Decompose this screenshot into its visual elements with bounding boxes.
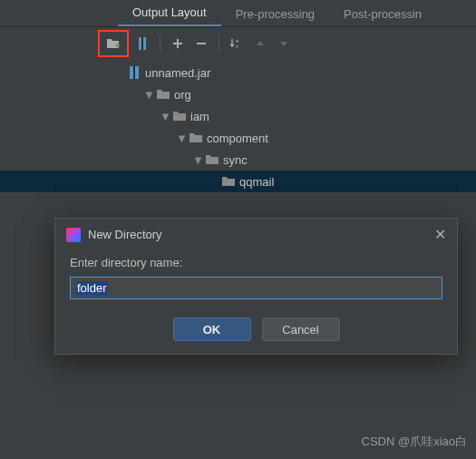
new-archive-icon[interactable] [132,34,152,54]
watermark: CSDN @爪哇xiao白 [362,434,468,450]
folder-icon [221,174,236,189]
folder-icon [156,87,170,102]
intellij-icon [66,228,81,242]
tree-label: iam [190,110,209,123]
separator [219,35,219,52]
tab-pre-processing[interactable]: Pre-processing [221,2,329,26]
directory-name-input[interactable]: folder [70,277,442,299]
tree-row-selected[interactable]: qqmail [0,171,476,192]
tree-label: qqmail [239,175,274,189]
tab-output-layout[interactable]: Output Layout [118,0,221,26]
remove-icon[interactable] [191,34,211,54]
tree-label: compoment [207,132,268,145]
sort-az-icon[interactable]: az [227,34,247,54]
dialog-prompt: Enter directory name: [70,256,442,269]
tree-label: sync [223,153,248,167]
svg-rect-1 [117,43,119,47]
expand-arrow-icon[interactable]: ▼ [160,110,169,123]
output-tree: unnamed.jar ▼ org ▼ iam ▼ compoment ▼ sy… [0,60,476,192]
tree-node[interactable]: ▼ org [127,83,476,105]
svg-rect-6 [197,43,206,44]
dialog-titlebar: New Directory ✕ [55,219,457,250]
input-selected-text: folder [76,281,108,295]
tree-node[interactable]: ▼ sync [127,149,476,171]
expand-arrow-icon[interactable]: ▼ [192,153,201,167]
expand-arrow-icon[interactable]: ▼ [176,132,185,145]
folder-icon [172,109,187,123]
tree-node[interactable]: ▼ iam [127,105,476,127]
ok-button[interactable]: OK [173,317,251,341]
tree-node-jar[interactable]: unnamed.jar [127,62,476,83]
add-icon[interactable] [168,34,188,54]
tree-node[interactable]: ▼ compoment [127,127,476,149]
folder-icon [205,152,219,167]
move-up-icon[interactable] [250,34,270,54]
dialog-title: New Directory [88,228,162,241]
svg-rect-10 [133,66,135,79]
folder-icon [189,131,203,145]
cancel-button[interactable]: Cancel [262,317,340,341]
artifact-tabs: Output Layout Pre-processing Post-proces… [0,0,476,27]
close-icon[interactable]: ✕ [434,226,446,243]
new-directory-dialog: New Directory ✕ Enter directory name: fo… [54,218,458,355]
tree-label: unnamed.jar [145,66,210,80]
separator [160,35,160,52]
jar-icon [127,65,141,80]
highlight-create-directory [98,30,129,57]
svg-rect-3 [141,37,143,50]
tree-label: org [174,88,191,102]
output-toolbar: az [0,27,476,60]
expand-arrow-icon[interactable]: ▼ [143,88,152,102]
svg-rect-5 [173,43,182,44]
tab-post-processing[interactable]: Post-processin [329,2,436,26]
svg-text:z: z [236,44,238,49]
move-down-icon[interactable] [274,34,294,54]
new-directory-button[interactable] [103,34,123,54]
